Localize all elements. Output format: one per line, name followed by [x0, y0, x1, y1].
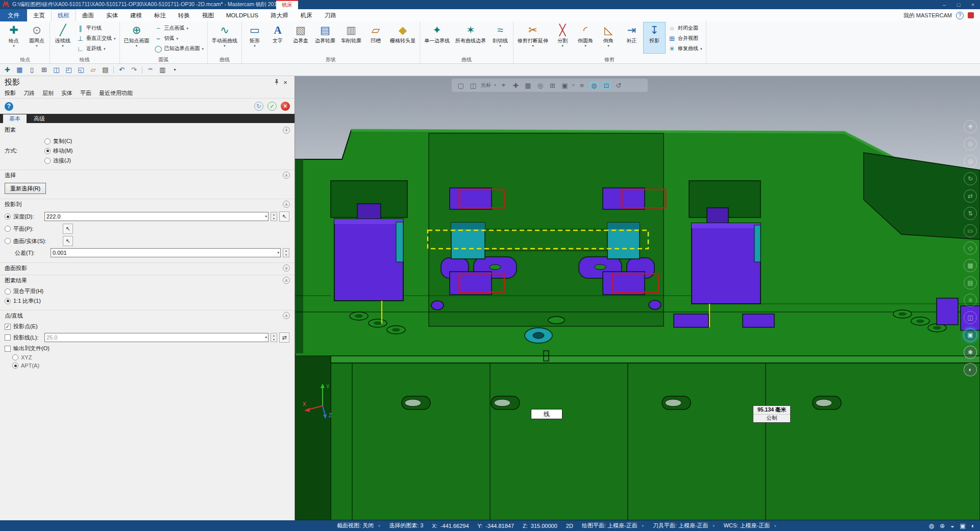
- save-as-icon[interactable]: ◰: [64, 66, 73, 74]
- section-curve-button[interactable]: ≈剖切线▾: [489, 22, 511, 54]
- ok-button[interactable]: ✓: [267, 102, 277, 111]
- panel-tab-recent[interactable]: 最近使用功能: [99, 89, 133, 97]
- mill-context-tab[interactable]: 铣床: [276, 0, 298, 9]
- grid-settings-icon[interactable]: ▦: [15, 66, 24, 74]
- radio-move[interactable]: 移动(M): [44, 147, 73, 155]
- curve-all-edges-button[interactable]: ✶所有曲线边界: [453, 22, 488, 54]
- zip-icon[interactable]: ▱: [89, 66, 97, 74]
- tab-file[interactable]: 文件: [0, 9, 27, 21]
- chevron-down-icon[interactable]: ▾: [265, 335, 267, 340]
- undo-icon[interactable]: ↶: [117, 66, 126, 74]
- open-file-icon[interactable]: ⊞: [40, 66, 48, 74]
- radio-copy[interactable]: 复制(C): [44, 137, 73, 145]
- manual-spline-button[interactable]: ∿手动画曲线▾: [209, 22, 240, 54]
- menu-small-icon[interactable]: ≡: [964, 294, 977, 307]
- radio-ratio-1-1[interactable]: 1:1 比率(1): [5, 297, 41, 305]
- pan-vertical-icon[interactable]: ⇅: [964, 207, 977, 220]
- fillet-button[interactable]: ◜倒圆角▾: [574, 22, 597, 54]
- lines-spinner[interactable]: ▴▾: [271, 333, 277, 342]
- cursor-home-icon[interactable]: ✚: [964, 120, 977, 133]
- chamfer-button[interactable]: ◺倒角▾: [597, 22, 620, 54]
- zoom-select-icon[interactable]: ◒: [950, 522, 954, 529]
- pan-horizontal-icon[interactable]: ⇄: [964, 189, 977, 203]
- monitor-icon[interactable]: ▣: [960, 522, 965, 529]
- divide-button[interactable]: ╳分割▾: [551, 22, 574, 54]
- autocursor-icon[interactable]: ✚: [511, 82, 521, 89]
- radio-apt[interactable]: APT(A): [12, 363, 39, 369]
- tab-home[interactable]: 主页: [27, 9, 51, 21]
- layers-view-icon[interactable]: ▣: [964, 328, 977, 342]
- check-project-lines[interactable]: 投影线(L):: [5, 334, 42, 342]
- radio-blend-smooth[interactable]: 混合平滑(H): [5, 287, 43, 295]
- maximize-button[interactable]: □: [951, 2, 966, 8]
- list-select-icon[interactable]: ≡: [577, 82, 586, 89]
- curve-one-edge-button[interactable]: ✦单一边界线: [422, 22, 452, 54]
- report-icon[interactable]: ▥: [158, 66, 167, 74]
- window-select-icon[interactable]: ⊞: [548, 82, 557, 89]
- point-button[interactable]: ✚绘点▾: [3, 22, 25, 54]
- minimize-button[interactable]: –: [937, 2, 951, 8]
- section-view-icon[interactable]: ◫: [964, 311, 977, 324]
- lines-link-button[interactable]: ⇄: [279, 332, 289, 343]
- viewsheet-icon[interactable]: ⊡: [602, 82, 611, 89]
- view-undo-icon[interactable]: ↺: [614, 82, 623, 89]
- radio-xyz[interactable]: XYZ: [12, 354, 32, 360]
- collapse-icon[interactable]: ∧: [283, 277, 290, 284]
- apply-button[interactable]: ↻: [254, 102, 263, 111]
- analyze-icon[interactable]: ✚: [3, 66, 12, 74]
- letters-button[interactable]: A文字: [266, 22, 289, 54]
- tab-model-prep[interactable]: 建模: [124, 9, 148, 21]
- project-lines-input[interactable]: [45, 334, 262, 341]
- tab-machine[interactable]: 机床: [295, 9, 318, 21]
- print-icon[interactable]: ▤: [101, 66, 110, 74]
- check-project-points[interactable]: ✓投影点(E): [5, 323, 38, 330]
- tab-toolpaths[interactable]: 刀路: [318, 9, 342, 21]
- rectangle-button[interactable]: ▭矩形▾: [243, 22, 266, 54]
- mode-2d-toggle[interactable]: 2D: [566, 523, 573, 529]
- solid-fill-icon[interactable]: ▣: [560, 82, 570, 89]
- help-icon[interactable]: ?: [956, 12, 964, 19]
- collapse-icon[interactable]: ∧: [283, 201, 290, 208]
- cancel-button[interactable]: ×: [281, 102, 290, 111]
- panel-tab-levels[interactable]: 层别: [42, 89, 54, 97]
- grid-shield-button[interactable]: ◆栅格转头显: [387, 22, 418, 54]
- depth-input[interactable]: [45, 213, 262, 220]
- panel-close-icon[interactable]: ×: [281, 79, 290, 86]
- surface-pick-button[interactable]: ↖: [63, 236, 73, 246]
- display-settings-icon[interactable]: ◐: [964, 363, 977, 376]
- check-output-file[interactable]: 输出到文件(O): [5, 345, 50, 352]
- tab-advanced[interactable]: 高级: [28, 114, 51, 123]
- gnomon-small-icon[interactable]: ◇: [964, 242, 977, 255]
- radio-surface-solid[interactable]: 曲面/实体(S):: [5, 237, 61, 245]
- qat-customize-icon[interactable]: ▾: [170, 67, 179, 72]
- collapse-icon[interactable]: ∧: [283, 312, 290, 319]
- screenshot-123-icon[interactable]: ¹²³: [146, 67, 155, 72]
- bounding-box-button[interactable]: ▧边界盒: [289, 22, 312, 54]
- merge-view-button[interactable]: ⊞合并视图: [666, 34, 704, 43]
- panel-help-icon[interactable]: ?: [5, 102, 13, 111]
- save-icon[interactable]: ◫: [52, 66, 61, 74]
- new-file-icon[interactable]: ▯: [28, 66, 36, 74]
- settings-gear-icon[interactable]: ✱: [964, 346, 977, 359]
- reselect-button[interactable]: 重新选择(R): [5, 183, 46, 194]
- radio-depth[interactable]: 深度(D):: [5, 213, 42, 221]
- depth-spinner[interactable]: ▴▾: [271, 212, 277, 221]
- lock-icon[interactable]: ▢: [456, 82, 465, 89]
- line-continuous-button[interactable]: ╱连续线▾: [52, 22, 74, 54]
- perpendicular-line-button[interactable]: ⊥垂直正交线▾: [75, 34, 118, 43]
- zoom-target-icon[interactable]: ⊙: [964, 137, 977, 151]
- cursor-label[interactable]: 光标: [481, 82, 491, 89]
- tab-view[interactable]: 视图: [196, 9, 220, 21]
- tab-drafting[interactable]: 标注: [148, 9, 172, 21]
- tab-basic[interactable]: 基本: [3, 114, 27, 123]
- rotate-view-icon[interactable]: ↻: [964, 172, 977, 185]
- contrast-icon[interactable]: ◐: [971, 522, 975, 529]
- closest-line-button[interactable]: ∟近距线▾: [75, 44, 118, 53]
- wcs-selector[interactable]: WCS: 上模座-正面∨: [724, 522, 777, 529]
- redo-icon[interactable]: ↷: [130, 66, 138, 74]
- project-button[interactable]: ↧投影: [643, 22, 666, 54]
- tab-solids[interactable]: 实体: [100, 9, 124, 21]
- chevron-down-icon[interactable]: ▾: [277, 251, 279, 255]
- planes-icon[interactable]: ◫: [469, 82, 478, 89]
- turn-profile-button[interactable]: ▥车削轮廓: [338, 22, 364, 54]
